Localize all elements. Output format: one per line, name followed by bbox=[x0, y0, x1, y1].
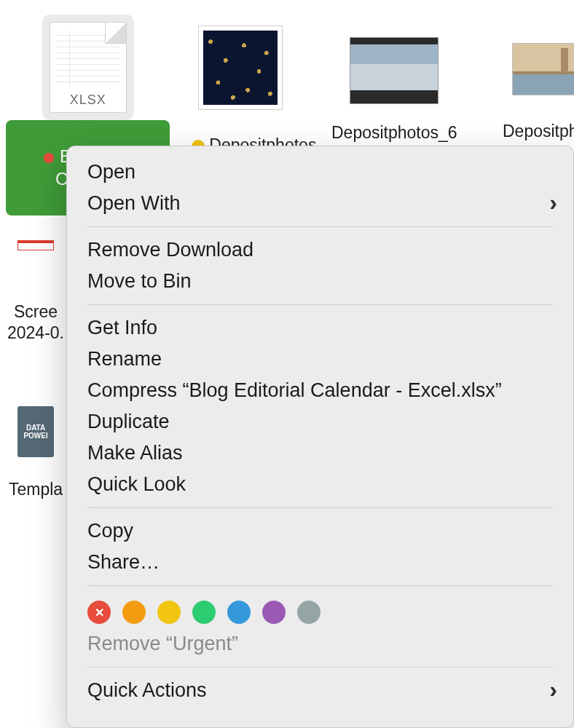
file-thumbnail bbox=[17, 240, 54, 250]
file-label: Scree2024-0. bbox=[7, 301, 64, 344]
file-item-depositphotos-2[interactable]: Depositphotos_6 bbox=[331, 38, 457, 143]
file-item-depositphotos-3[interactable]: Depositpho bbox=[503, 44, 574, 142]
menu-item-compress[interactable]: Compress “Blog Editorial Calendar - Exce… bbox=[67, 375, 573, 406]
image-thumbnail bbox=[199, 26, 282, 109]
menu-item-make-alias[interactable]: Make Alias bbox=[67, 438, 573, 469]
tag-color-row bbox=[67, 593, 573, 628]
tag-dot-icon bbox=[42, 151, 55, 165]
file-label: Depositpho bbox=[503, 121, 574, 142]
tag-button-green[interactable] bbox=[192, 601, 216, 624]
file-item-template[interactable]: DATAPOWEI Templa bbox=[9, 406, 63, 500]
menu-item-open[interactable]: Open bbox=[67, 157, 573, 188]
file-label: Depositphotos_6 bbox=[331, 122, 457, 143]
context-menu: Open Open With Remove Download Move to B… bbox=[66, 146, 574, 728]
menu-separator bbox=[87, 585, 553, 586]
tag-button-blue[interactable] bbox=[227, 601, 251, 624]
file-item-screenshot[interactable]: Scree2024-0. bbox=[7, 240, 64, 344]
menu-item-share[interactable]: Share… bbox=[67, 547, 573, 578]
image-thumbnail bbox=[513, 44, 574, 95]
menu-separator bbox=[87, 226, 553, 227]
menu-item-duplicate[interactable]: Duplicate bbox=[67, 406, 573, 438]
menu-item-remove-tag[interactable]: Remove “Urgent” bbox=[67, 628, 573, 660]
menu-separator bbox=[87, 667, 553, 668]
menu-item-get-info[interactable]: Get Info bbox=[67, 312, 573, 344]
file-thumbnail: DATAPOWEI bbox=[17, 406, 54, 457]
menu-separator bbox=[87, 304, 553, 305]
menu-item-rename[interactable]: Rename bbox=[67, 344, 573, 375]
tag-button-orange[interactable] bbox=[122, 601, 146, 624]
image-thumbnail bbox=[350, 38, 438, 103]
menu-item-move-to-bin[interactable]: Move to Bin bbox=[67, 266, 573, 297]
menu-item-copy[interactable]: Copy bbox=[67, 515, 573, 547]
tag-button-purple[interactable] bbox=[262, 601, 286, 624]
menu-item-quick-look[interactable]: Quick Look bbox=[67, 469, 573, 500]
file-thumbnail-selected: XLSX bbox=[42, 15, 134, 120]
file-label: Templa bbox=[9, 479, 63, 500]
menu-item-open-with[interactable]: Open With bbox=[67, 188, 573, 219]
tag-button-red[interactable] bbox=[87, 601, 111, 624]
tag-button-yellow[interactable] bbox=[157, 601, 181, 624]
tag-button-gray[interactable] bbox=[297, 601, 321, 624]
menu-item-quick-actions[interactable]: Quick Actions bbox=[67, 675, 573, 706]
menu-separator bbox=[87, 507, 553, 508]
menu-item-remove-download[interactable]: Remove Download bbox=[67, 234, 573, 266]
file-extension-label: XLSX bbox=[50, 92, 126, 108]
xlsx-icon: XLSX bbox=[50, 22, 127, 113]
